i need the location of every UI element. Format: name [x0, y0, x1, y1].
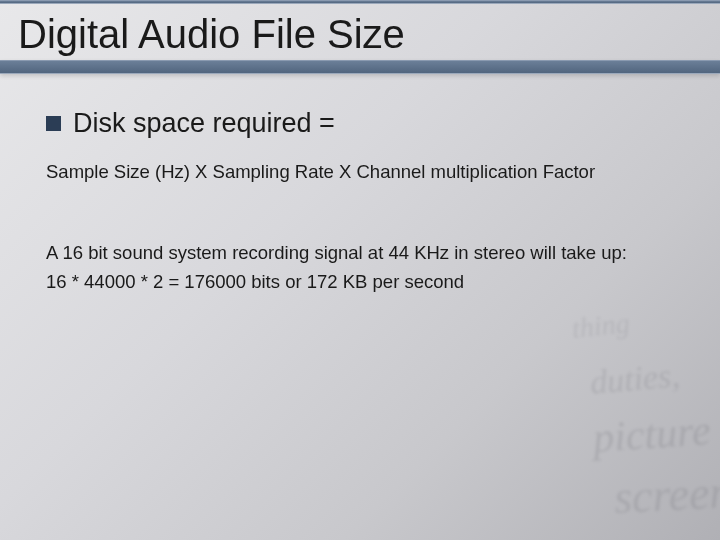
slide-title: Digital Audio File Size [18, 10, 702, 56]
formula-text: Sample Size (Hz) X Sampling Rate X Chann… [46, 161, 690, 183]
title-rule-top [0, 0, 720, 4]
bg-word: thing [571, 307, 632, 345]
example-line-1: A 16 bit sound system recording signal a… [46, 239, 690, 268]
example-block: A 16 bit sound system recording signal a… [46, 239, 690, 296]
bullet-label: Disk space required = [73, 108, 335, 139]
bg-word: picture [591, 406, 711, 462]
square-bullet-icon [46, 116, 61, 131]
slide-content: Disk space required = Sample Size (Hz) X… [0, 68, 720, 296]
title-area: Digital Audio File Size [0, 0, 720, 68]
bullet-item: Disk space required = [46, 108, 690, 139]
bg-word: screen [612, 465, 720, 524]
background-texture: thing duties, picture screen [360, 280, 720, 540]
title-rule-bottom [0, 60, 720, 74]
bg-word: duties, [589, 356, 682, 402]
example-line-2: 16 * 44000 * 2 = 176000 bits or 172 KB p… [46, 268, 690, 297]
